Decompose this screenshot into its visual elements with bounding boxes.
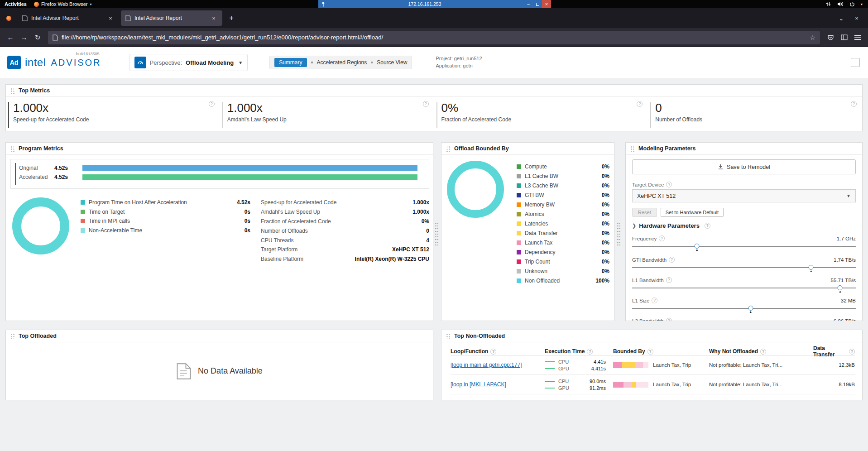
vm-window-titlebar[interactable]: 172.16.161.253 − ×	[318, 0, 551, 8]
slider-l1-size: L1 Size32 MB ▲	[632, 297, 856, 317]
new-tab-button[interactable]: +	[225, 12, 238, 24]
loop-function-link[interactable]: [loop in [MKL LAPACK]	[451, 381, 545, 388]
slider-track[interactable]: ▲	[632, 246, 856, 247]
info-icon[interactable]	[423, 101, 429, 107]
slider-track[interactable]: ▲	[632, 308, 856, 309]
info-icon[interactable]	[587, 349, 593, 355]
tab-accelerated-regions[interactable]: Accelerated Regions	[317, 59, 367, 66]
url-bar[interactable]: file:///home/rp/workspace/learn/test_mkl…	[48, 31, 820, 44]
legend-swatch	[517, 269, 521, 273]
legend-value: 0%	[602, 182, 609, 189]
slider-track[interactable]: ▲	[632, 288, 856, 288]
legend-label: Dependency	[525, 249, 602, 255]
legend-swatch	[517, 212, 521, 216]
detail-label: Target Platform	[261, 246, 392, 253]
power-icon[interactable]	[849, 1, 855, 7]
info-icon[interactable]	[209, 101, 215, 107]
legend-value: 0%	[602, 230, 609, 236]
drag-handle-icon[interactable]	[10, 146, 15, 152]
info-icon[interactable]	[849, 349, 855, 355]
activities-button[interactable]: Activities	[5, 1, 27, 7]
legend-label: Compute	[525, 163, 602, 170]
drag-handle-icon[interactable]	[10, 333, 15, 339]
vm-restore-button[interactable]	[533, 0, 542, 8]
system-top-bar: Activities Firefox Web Browser ▾ 172.16.…	[0, 0, 868, 8]
info-icon[interactable]	[659, 235, 665, 241]
list-all-tabs-button[interactable]: ⌄	[835, 12, 847, 24]
info-icon[interactable]	[666, 277, 672, 283]
chevron-down-icon: ▼	[846, 193, 851, 198]
slider-value: 32 MB	[841, 298, 856, 303]
drag-handle-icon[interactable]	[446, 146, 451, 152]
layout-toggle-button[interactable]	[851, 58, 860, 67]
menu-hamburger-icon[interactable]	[851, 31, 864, 44]
drag-handle-icon[interactable]	[630, 146, 635, 152]
vm-minimize-button[interactable]: −	[524, 0, 533, 8]
legend-value: 100%	[595, 278, 609, 284]
info-icon[interactable]	[652, 297, 657, 303]
legend-swatch	[517, 183, 521, 188]
default-marker-icon: ▲	[695, 248, 699, 251]
detail-row: CPU Threads4	[261, 235, 429, 245]
perspective-selector[interactable]: Perspective: Offload Modeling ▼	[129, 54, 248, 71]
reset-button[interactable]: Reset	[632, 208, 657, 217]
network-icon[interactable]	[825, 1, 831, 7]
column-header-loop[interactable]: Loop/Function	[451, 348, 545, 355]
pocket-icon[interactable]	[824, 31, 837, 44]
close-icon[interactable]: ×	[106, 14, 115, 22]
hardware-parameters-header[interactable]: ❯ Hardware Parameters	[632, 222, 710, 229]
legend-swatch	[517, 193, 521, 197]
info-icon[interactable]	[705, 223, 710, 229]
slider-frequency: Frequency1.7 GHz ▲	[632, 235, 856, 254]
info-icon[interactable]	[647, 349, 653, 355]
legend-label: L3 Cache BW	[525, 182, 602, 189]
target-device-select[interactable]: XeHPC XT 512 ▼	[632, 189, 856, 202]
intel-brand: intel	[25, 56, 46, 69]
slider-track[interactable]: ▲	[632, 267, 856, 268]
chevron-down-icon[interactable]: ▾	[861, 2, 863, 6]
set-hardware-default-button[interactable]: Set to Hardware Default	[661, 208, 724, 217]
close-icon[interactable]: ×	[210, 14, 218, 22]
save-button-label: Save to Remodel	[727, 164, 770, 170]
drag-handle-icon[interactable]	[446, 333, 451, 339]
info-icon[interactable]	[666, 182, 672, 187]
panel-resize-handle[interactable]	[617, 222, 620, 245]
volume-icon[interactable]	[837, 1, 844, 7]
info-icon[interactable]	[490, 349, 496, 355]
info-icon[interactable]	[669, 257, 675, 263]
detail-value: XeHPC XT 512	[392, 246, 429, 253]
drag-handle-icon[interactable]	[10, 88, 15, 94]
tab-source-view[interactable]: Source View	[377, 59, 407, 66]
app-menu-button[interactable]: Firefox Web Browser ▾	[34, 1, 92, 7]
forward-button[interactable]: →	[17, 31, 31, 44]
legend-item: L1 Cache BW0%	[517, 171, 609, 181]
legend-value: 0%	[602, 240, 609, 246]
data-transfer-cell: 12.3kB	[813, 362, 855, 368]
close-window-button[interactable]: ×	[851, 12, 863, 24]
save-to-remodel-button[interactable]: Save to Remodel	[632, 159, 856, 174]
column-header-bounded-by[interactable]: Bounded By	[613, 348, 709, 355]
column-header-why-not-offloaded[interactable]: Why Not Offloaded	[709, 348, 813, 355]
sidebar-icon[interactable]	[837, 31, 851, 44]
tab-summary[interactable]: Summary	[274, 58, 307, 67]
bookmark-star-icon[interactable]: ☆	[810, 34, 815, 41]
info-icon[interactable]	[851, 101, 857, 107]
column-header-data-transfer[interactable]: Data Transfer	[813, 345, 855, 358]
browser-toolbar: ← → ↻ file:///home/rp/workspace/learn/te…	[0, 28, 868, 47]
browser-tab-2-active[interactable]: Intel Advisor Report ×	[121, 10, 222, 26]
detail-value: 0%	[422, 218, 429, 225]
legend-swatch	[517, 202, 521, 207]
column-header-execution-time[interactable]: Execution Time	[545, 348, 613, 355]
back-button[interactable]: ←	[4, 31, 17, 44]
reload-button[interactable]: ↻	[31, 31, 44, 44]
url-text[interactable]: file:///home/rp/workspace/learn/test_mkl…	[62, 34, 806, 41]
vm-close-button[interactable]: ×	[542, 0, 551, 8]
browser-tab-1[interactable]: Intel Advisor Report ×	[18, 10, 119, 26]
legend-swatch	[517, 240, 521, 245]
loop-function-link[interactable]: [loop in main at getri.cpp:177]	[451, 362, 545, 368]
info-icon[interactable]	[666, 318, 672, 321]
data-transfer-cell: 8.19kB	[813, 382, 855, 387]
panel-title: Top Non-Offloaded	[454, 333, 505, 339]
panel-resize-handle[interactable]	[435, 222, 438, 245]
info-icon[interactable]	[760, 349, 766, 355]
